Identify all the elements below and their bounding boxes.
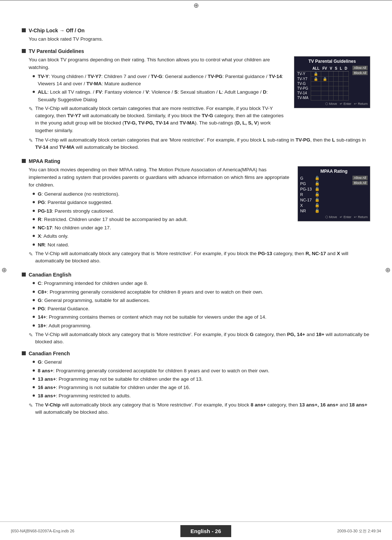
mpaa-title: MPAA Rating bbox=[29, 158, 60, 164]
allow-all-button[interactable]: Allow All bbox=[352, 66, 368, 70]
list-item: R: Restricted. Children under 17 should … bbox=[33, 216, 290, 223]
bullet-icon bbox=[33, 291, 35, 293]
tv-row-tvy7: TV-Y7 bbox=[297, 76, 311, 81]
note-icon: ✎ bbox=[29, 402, 33, 409]
bullet-text: PG-13: Parents strongly cautioned. bbox=[38, 208, 114, 215]
bullet-icon bbox=[33, 378, 35, 380]
footer-right: 2009-03-30 오전 2:49:34 bbox=[337, 528, 381, 534]
bullet-icon bbox=[33, 235, 35, 237]
mpaa-row-label: R bbox=[300, 192, 315, 197]
compass-left-icon: ⊕ bbox=[1, 266, 7, 274]
tv-col-v: V bbox=[328, 66, 334, 71]
tv-cell: 🔒 bbox=[311, 76, 321, 81]
canadian-french-bullets: G: General 8 ans+: Programming generally… bbox=[33, 359, 370, 400]
tv-cell bbox=[339, 81, 343, 86]
tv-cell bbox=[334, 71, 339, 76]
list-item: X: Adults only. bbox=[33, 233, 370, 240]
table-row: TV-14 bbox=[297, 91, 348, 95]
vchip-square-icon bbox=[22, 28, 26, 32]
compass-right-icon: ⊕ bbox=[385, 266, 391, 274]
tv-panel-nav: ⬡ Move ↵ Enter ↩ Return bbox=[297, 102, 368, 106]
bullet-icon bbox=[33, 369, 35, 372]
tv-row-tv14: TV-14 bbox=[297, 91, 311, 95]
mpaa-panel-inner: G 🔒 PG 🔒 PG-13 🔒 bbox=[300, 176, 368, 214]
note-text: The V-Chip will automatically block any … bbox=[35, 331, 370, 346]
bullet-text: X: Adults only. bbox=[38, 233, 69, 240]
list-item: G: General programming, suitable for all… bbox=[33, 297, 370, 304]
mpaa-lock-icon: 🔒 bbox=[315, 176, 320, 180]
bullet-text: 18+: Adult programming. bbox=[38, 322, 91, 330]
tv-parental-panel: TV Parental Guidelines ALL FV V S L bbox=[294, 56, 370, 108]
page: ⊕ ⊕ ⊕ V-Chip Lock → Off / On You can blo… bbox=[0, 0, 392, 540]
bullet-text: G: General bbox=[38, 359, 62, 366]
tv-cell bbox=[343, 91, 349, 95]
block-all-button[interactable]: Block All bbox=[352, 71, 368, 75]
mpaa-row-label: G bbox=[300, 176, 315, 180]
list-item: 18+: Adult programming. bbox=[33, 322, 370, 330]
footer-center: English - 26 bbox=[180, 525, 231, 537]
mpaa-allow-all-button[interactable]: Allow All bbox=[352, 176, 368, 180]
bullet-text: PG: Parental guidance suggested. bbox=[38, 199, 113, 206]
canadian-french-note: ✎ The V-Chip will automatically block an… bbox=[29, 401, 370, 416]
tv-cell bbox=[343, 86, 349, 91]
mpaa-row-r: R 🔒 bbox=[300, 192, 349, 197]
tv-cell bbox=[311, 91, 321, 95]
tv-cell bbox=[328, 95, 334, 100]
tv-panel-nav-text: ⬡ Move ↵ Enter ↩ Return bbox=[325, 102, 368, 106]
bullet-text: 18 ans+: Programming restricted to adult… bbox=[38, 392, 131, 400]
tv-cell bbox=[328, 91, 334, 95]
mpaa-lock-icon: 🔒 bbox=[315, 197, 320, 202]
mpaa-panel-buttons: Allow All Block All bbox=[351, 176, 368, 185]
canadian-english-header: Canadian English bbox=[22, 272, 370, 278]
canadian-english-note: ✎ The V-Chip will automatically block an… bbox=[29, 331, 370, 346]
bullet-text: PG: Parental Guidance. bbox=[38, 305, 90, 312]
footer-left: [650-NA]BN68-02097A-Eng.indb 26 bbox=[11, 529, 74, 533]
mpaa-rows-list: G 🔒 PG 🔒 PG-13 🔒 bbox=[300, 176, 349, 214]
bullet-icon bbox=[33, 75, 35, 77]
tv-cell bbox=[339, 91, 343, 95]
mpaa-panel-title: MPAA Rating bbox=[300, 169, 368, 174]
note-icon: ✎ bbox=[29, 331, 33, 339]
tv-cell bbox=[311, 86, 321, 91]
canadian-english-square-icon bbox=[22, 273, 26, 277]
tv-cell bbox=[328, 86, 334, 91]
table-row: TV-PG bbox=[297, 86, 348, 91]
canadian-french-square-icon bbox=[22, 351, 26, 355]
page-footer: [650-NA]BN68-02097A-Eng.indb 26 English … bbox=[0, 522, 392, 540]
canadian-french-header: Canadian French bbox=[22, 351, 370, 356]
tv-cell bbox=[321, 86, 328, 91]
mpaa-row-label: NC-17 bbox=[300, 198, 315, 202]
mpaa-block-all-button[interactable]: Block All bbox=[352, 181, 368, 185]
mpaa-row-label: X bbox=[300, 203, 315, 208]
table-row: TV-Y 🔒 bbox=[297, 71, 348, 76]
bullet-text: NC-17: No children under age 17. bbox=[38, 224, 111, 232]
tv-col-s: S bbox=[334, 66, 339, 71]
bullet-icon bbox=[33, 226, 35, 229]
note-text: The V-chip will automatically block cert… bbox=[35, 136, 370, 151]
tv-row-tvma: TV-MA bbox=[297, 95, 311, 100]
bullet-text: C8+: Programming generally considered ac… bbox=[38, 289, 263, 296]
tv-cell: 🔒 bbox=[321, 76, 328, 81]
tv-cell bbox=[321, 95, 328, 100]
mpaa-lock-icon: 🔒 bbox=[315, 187, 320, 191]
list-item: C8+: Programming generally considered ac… bbox=[33, 289, 370, 296]
vchip-body: You can block rated TV Programs. bbox=[29, 36, 370, 43]
tv-col-empty bbox=[297, 66, 311, 71]
list-item: PG: Parental guidance suggested. bbox=[33, 199, 290, 206]
note-icon: ✎ bbox=[29, 105, 33, 113]
tv-cell bbox=[321, 91, 328, 95]
list-item: ALL: Lock all TV ratings. / FV: Fantasy … bbox=[33, 89, 287, 103]
main-content: V-Chip Lock → Off / On You can block rat… bbox=[22, 15, 370, 416]
bullet-icon bbox=[33, 91, 35, 93]
bullet-icon bbox=[33, 193, 35, 195]
tv-panel-table: ALL FV V S L D TV-Y bbox=[297, 66, 349, 101]
english-badge: English - 26 bbox=[180, 525, 231, 537]
bullet-icon bbox=[33, 316, 35, 318]
tv-col-all: ALL bbox=[311, 66, 321, 71]
tv-parental-header: TV Parental Guidelines bbox=[22, 48, 370, 54]
mpaa-lock-icon: 🔒 bbox=[315, 192, 320, 197]
tv-cell bbox=[339, 71, 343, 76]
tv-cell bbox=[339, 86, 343, 91]
mpaa-square-icon bbox=[22, 159, 26, 163]
tv-cell bbox=[311, 95, 321, 100]
